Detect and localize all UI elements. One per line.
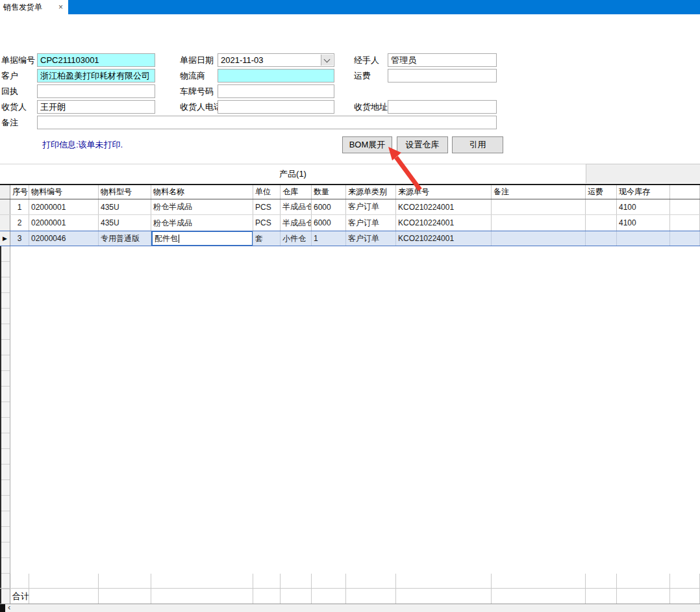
cell-code[interactable]: 02000001 xyxy=(29,215,99,231)
bom-expand-button[interactable]: BOM展开 xyxy=(342,136,392,153)
cell-source-no[interactable]: KCO210224001 xyxy=(396,199,492,214)
receipt-field[interactable] xyxy=(37,84,155,98)
cell-qty[interactable]: 1 xyxy=(312,231,346,246)
col-header[interactable]: 数量 xyxy=(312,185,346,199)
doc-no-field[interactable]: CPC211103001 xyxy=(37,53,155,67)
scroll-left-icon[interactable]: ‹ xyxy=(8,602,10,612)
col-header[interactable]: 运费 xyxy=(586,185,617,199)
handler-field[interactable]: 管理员 xyxy=(388,53,497,67)
row-selector-cell[interactable]: ▶ xyxy=(0,231,10,246)
cell-seq[interactable]: 3 xyxy=(10,231,29,246)
cell-source-no[interactable]: KCO210224001 xyxy=(396,231,492,246)
freight-field[interactable] xyxy=(388,69,497,83)
cell-empty xyxy=(586,589,617,604)
logistics-field[interactable] xyxy=(218,69,334,83)
row-selector-cell xyxy=(0,589,10,604)
cell-source-type[interactable]: 客户订单 xyxy=(346,199,396,214)
row-selector-cell[interactable] xyxy=(0,215,10,231)
cell-stock[interactable]: 4100 xyxy=(617,199,670,214)
row-selector-cell[interactable] xyxy=(0,199,10,214)
cell-source-no[interactable]: KCO210224001 xyxy=(396,215,492,231)
table-row[interactable]: 2 02000001 435U 粉仓半成品 PCS 半成品仓 6000 客户订单… xyxy=(0,215,700,231)
tab-bar: 销售发货单 × xyxy=(0,0,700,14)
cell-empty xyxy=(10,574,29,588)
consignee-field[interactable]: 王开朗 xyxy=(37,100,155,114)
cell-qty[interactable]: 6000 xyxy=(312,199,346,214)
table-header-row: 序号 物料编号 物料型号 物料名称 单位 仓库 数量 来源单类别 来源单号 备注… xyxy=(0,184,700,199)
table-row-selected[interactable]: ▶ 3 02000046 专用普通版 配件包 套 小件仓 1 客户订单 KCO2… xyxy=(0,231,700,246)
cell-remark[interactable] xyxy=(492,231,586,246)
col-header[interactable]: 物料名称 xyxy=(151,185,253,199)
cell-code[interactable]: 02000001 xyxy=(29,199,99,214)
cell-stock[interactable]: 4100 xyxy=(617,215,670,231)
cell-empty xyxy=(29,589,99,604)
col-header[interactable]: 物料型号 xyxy=(99,185,151,199)
table-row[interactable]: 1 02000001 435U 粉仓半成品 PCS 半成品仓 6000 客户订单… xyxy=(0,199,700,215)
cell-empty xyxy=(346,589,396,604)
cell-code[interactable]: 02000046 xyxy=(29,231,99,246)
remark-field[interactable] xyxy=(37,116,497,129)
cell-empty xyxy=(99,574,151,588)
plate-no-field[interactable] xyxy=(218,84,334,98)
cell-unit[interactable]: PCS xyxy=(253,215,281,231)
cell-remark[interactable] xyxy=(492,199,586,214)
col-header-extra xyxy=(670,185,700,199)
col-header[interactable]: 现今库存 xyxy=(617,185,670,199)
cell-empty xyxy=(29,574,99,588)
col-header[interactable]: 来源单号 xyxy=(396,185,492,199)
header-selector-cell xyxy=(0,185,10,199)
col-header[interactable]: 单位 xyxy=(253,185,281,199)
cell-name-editing[interactable]: 配件包 xyxy=(151,231,253,246)
cell-model[interactable]: 专用普通版 xyxy=(99,231,151,246)
cell-source-type[interactable]: 客户订单 xyxy=(346,231,396,246)
cell-seq[interactable]: 1 xyxy=(10,199,29,214)
cell-empty xyxy=(312,589,346,604)
customer-field[interactable]: 浙江柏盈美打印耗材有限公司 xyxy=(37,69,155,83)
cell-freight[interactable] xyxy=(586,231,617,246)
cell-empty xyxy=(617,574,670,588)
cell-stock[interactable] xyxy=(617,231,670,246)
col-header[interactable]: 仓库 xyxy=(281,185,312,199)
cell-source-type[interactable]: 客户订单 xyxy=(346,215,396,231)
horizontal-scrollbar[interactable]: ‹ xyxy=(0,604,700,612)
scrollbar-thumb[interactable] xyxy=(0,604,5,612)
cell-model[interactable]: 435U xyxy=(99,215,151,231)
doc-no-label: 单据编号 xyxy=(1,53,35,67)
set-warehouse-button[interactable]: 设置仓库 xyxy=(397,136,448,153)
col-header[interactable]: 物料编号 xyxy=(29,185,99,199)
cell-empty xyxy=(396,574,492,588)
cell-extra xyxy=(670,199,700,214)
consignee-label: 收货人 xyxy=(1,100,27,114)
doc-date-dropdown-button[interactable] xyxy=(321,55,333,66)
doc-date-combobox[interactable]: 2021-11-03 xyxy=(218,53,334,67)
plate-no-label: 车牌号码 xyxy=(180,84,214,98)
product-band-title: 产品(1) xyxy=(279,168,306,180)
col-header[interactable]: 来源单类别 xyxy=(346,185,396,199)
current-row-arrow-icon: ▶ xyxy=(3,235,7,242)
cell-model[interactable]: 435U xyxy=(99,199,151,214)
cell-unit[interactable]: PCS xyxy=(253,199,281,214)
sales-delivery-window: 销售发货单 × 单据编号 客户 回执 收货人 备注 CPC211103001 浙… xyxy=(0,0,700,612)
cell-remark[interactable] xyxy=(492,215,586,231)
cell-freight[interactable] xyxy=(586,215,617,231)
consignee-phone-field[interactable] xyxy=(218,100,334,114)
cell-edit-box[interactable]: 配件包 xyxy=(151,231,253,246)
cell-seq[interactable]: 2 xyxy=(10,215,29,231)
handler-label: 经手人 xyxy=(354,53,379,67)
tab-sales-delivery[interactable]: 销售发货单 × xyxy=(0,0,68,14)
cell-unit[interactable]: 套 xyxy=(253,231,281,246)
reference-button[interactable]: 引用 xyxy=(452,136,503,153)
cell-name[interactable]: 粉仓半成品 xyxy=(151,199,253,214)
close-icon[interactable]: × xyxy=(56,3,65,12)
col-header[interactable]: 备注 xyxy=(492,185,586,199)
cell-warehouse[interactable]: 半成品仓 xyxy=(281,199,312,214)
cell-empty xyxy=(281,574,312,588)
cell-warehouse[interactable]: 半成品仓 xyxy=(281,215,312,231)
cell-name[interactable]: 粉仓半成品 xyxy=(151,215,253,231)
col-header[interactable]: 序号 xyxy=(10,185,29,199)
cell-empty xyxy=(586,574,617,588)
cell-freight[interactable] xyxy=(586,199,617,214)
cell-qty[interactable]: 6000 xyxy=(312,215,346,231)
delivery-address-field[interactable] xyxy=(388,100,497,114)
cell-warehouse[interactable]: 小件仓 xyxy=(281,231,312,246)
